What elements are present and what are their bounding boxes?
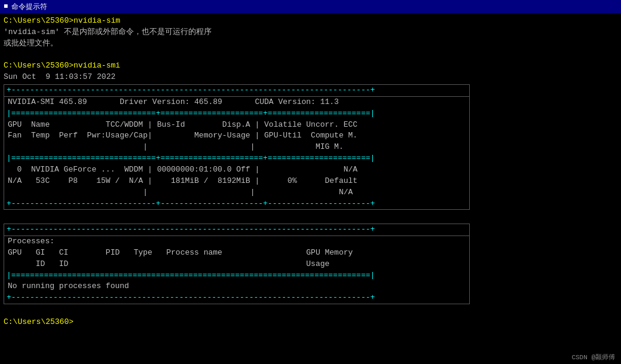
error-line-2: 或批处理文件。 — [4, 38, 617, 50]
proc-top-border: +---------------------------------------… — [4, 224, 469, 236]
smi-header-divider: |===============================+=======… — [4, 108, 469, 120]
smi-bottom-divider: +-------------------------------+-------… — [4, 198, 469, 210]
smi-gpu-row1: 0 NVIDIA GeForce ... WDDM | 00000000:01:… — [4, 164, 469, 176]
proc-no-process: No running processes found — [4, 281, 469, 292]
blank-line-2 — [4, 211, 617, 222]
watermark: CSDN @颞师傅 — [571, 353, 615, 362]
final-prompt[interactable]: C:\Users\25360> — [4, 317, 617, 328]
error-line-1: 'nvidia-sim' 不是内部或外部命令，也不是可运行的程序 — [4, 27, 617, 38]
smi-col-h2: Fan Temp Perf Pwr:Usage/Cap| Memory-Usag… — [4, 130, 469, 142]
proc-col-h2: ID ID Usage — [4, 259, 469, 270]
terminal-body: C:\Users\25360>nvidia-sim 'nvidia-sim' 不… — [0, 13, 621, 364]
smi-output-box: +---------------------------------------… — [4, 84, 470, 210]
cmd-line-1: C:\Users\25360>nvidia-sim — [4, 16, 617, 27]
date-line: Sun Oct 9 11:03:57 2022 — [4, 72, 617, 83]
blank-line-3 — [4, 305, 617, 317]
smi-gpu-row2: N/A 53C P8 15W / N/A | 181MiB / 8192MiB … — [4, 176, 469, 187]
smi-col-divider: |===============================+=======… — [4, 153, 469, 164]
smi-col-h1: GPU Name TCC/WDDM | Bus-Id Disp.A | Vola… — [4, 120, 469, 131]
smi-gpu-row3: | | N/A — [4, 187, 469, 198]
smi-col-h3: | | MIG M. — [4, 142, 469, 153]
proc-title: Processes: — [4, 236, 469, 247]
smi-header: NVIDIA-SMI 465.89 Driver Version: 465.89… — [4, 97, 469, 108]
proc-divider: |=======================================… — [4, 270, 469, 282]
proc-col-h1: GPU GI CI PID Type Process name GPU Memo… — [4, 247, 469, 259]
title-bar-icon: ■ — [4, 2, 8, 11]
blank-line-1 — [4, 50, 617, 61]
process-box: +---------------------------------------… — [4, 224, 470, 304]
title-bar-text: 命令提示符 — [11, 2, 47, 12]
proc-bottom-border: +---------------------------------------… — [4, 292, 469, 304]
cmd-line-2: C:\Users\25360>nvidia-smi — [4, 60, 617, 72]
title-bar: ■ 命令提示符 — [0, 0, 621, 13]
smi-top-border: +---------------------------------------… — [4, 85, 469, 97]
